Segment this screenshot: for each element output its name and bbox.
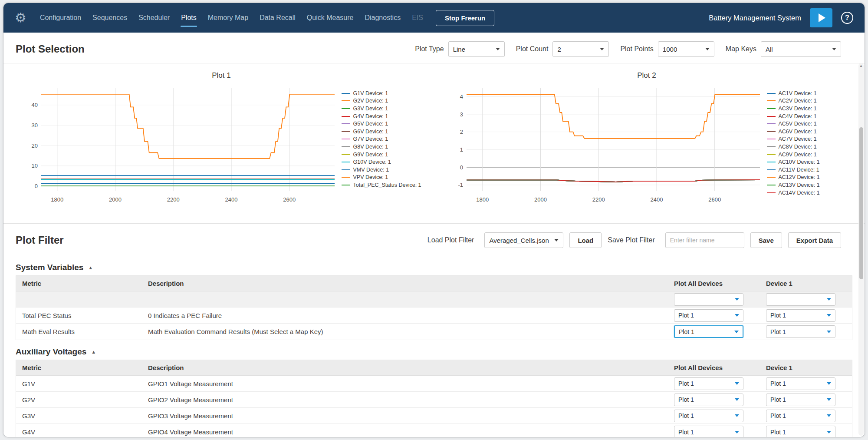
legend-item[interactable]: AC7V Device: 1 xyxy=(767,136,847,143)
control-label: Plot Type xyxy=(415,45,444,53)
table-row: Math Eval Results Math Evaluation Comman… xyxy=(16,324,852,340)
plot-target-select[interactable]: Plot 1 xyxy=(674,309,743,322)
legend-item[interactable]: AC11V Device: 1 xyxy=(767,166,847,174)
plot-all-devices-cell: Plot 1 xyxy=(668,325,760,338)
chevron-down-icon xyxy=(496,48,500,50)
chevron-down-icon xyxy=(827,331,831,333)
group-header-system-variables[interactable]: System Variables ▲ xyxy=(16,263,852,272)
plot-target-select[interactable]: Plot 1 xyxy=(766,410,835,422)
table-row: Total PEC Status 0 Indicates a PEC Failu… xyxy=(16,308,852,324)
nav-item-eis[interactable]: EIS xyxy=(406,10,429,25)
stop-freerun-button[interactable]: Stop Freerun xyxy=(436,10,494,26)
filter-group-auxiliary-voltages: Auxiliary Voltages ▲ MetricDescriptionPl… xyxy=(16,347,852,437)
legend-swatch xyxy=(342,146,350,147)
description-cell: Math Evaluation Command Results (Must Se… xyxy=(142,328,668,335)
plot-target-select[interactable]: Plot 1 xyxy=(674,325,743,338)
legend-item[interactable]: G3V Device: 1 xyxy=(342,105,422,112)
nav-item-plots[interactable]: Plots xyxy=(175,10,202,25)
save-button[interactable]: Save xyxy=(750,232,782,248)
filter-name-input[interactable] xyxy=(665,232,744,248)
nav-item-diagnostics[interactable]: Diagnostics xyxy=(359,10,406,25)
legend-item[interactable]: G8V Device: 1 xyxy=(342,143,422,151)
main-content: Plot Selection Plot Type Line Plot Count… xyxy=(3,33,865,437)
plot-target-select[interactable]: Plot 1 xyxy=(674,410,743,422)
play-button[interactable] xyxy=(810,8,832,27)
legend-item[interactable]: G5V Device: 1 xyxy=(342,120,422,128)
svg-text:2600: 2600 xyxy=(708,196,721,203)
svg-text:20: 20 xyxy=(31,142,37,149)
vertical-scrollbar: ▲ xyxy=(858,63,864,436)
nav-item-memory-map[interactable]: Memory Map xyxy=(202,10,254,25)
legend-swatch xyxy=(342,162,350,162)
select-value: Line xyxy=(453,46,465,53)
legend-item[interactable]: AC8V Device: 1 xyxy=(767,143,847,151)
plot-target-select[interactable]: Plot 1 xyxy=(674,394,743,406)
nav-item-scheduler[interactable]: Scheduler xyxy=(133,10,175,25)
legend-item[interactable]: VPV Device: 1 xyxy=(342,174,422,182)
plot-count-select[interactable]: 2 xyxy=(552,41,609,57)
group-header-auxiliary-voltages[interactable]: Auxiliary Voltages ▲ xyxy=(16,347,852,357)
plot-target-select[interactable]: Plot 1 xyxy=(674,426,743,437)
legend-item[interactable]: G6V Device: 1 xyxy=(342,128,422,136)
control-map-keys: Map Keys All xyxy=(726,41,841,57)
legend-swatch xyxy=(767,123,776,124)
legend-item[interactable]: G10V Device: 1 xyxy=(342,158,422,166)
legend-item[interactable]: G4V Device: 1 xyxy=(342,112,422,120)
legend-item[interactable]: AC14V Device: 1 xyxy=(767,189,847,197)
legend-item[interactable]: AC10V Device: 1 xyxy=(767,158,847,166)
plot-target-select[interactable]: Plot 1 xyxy=(766,325,835,338)
plot-target-select[interactable]: Plot 1 xyxy=(766,394,835,406)
plot-target-select[interactable] xyxy=(674,293,743,306)
legend-swatch xyxy=(342,116,350,117)
filter-groups: System Variables ▲ MetricDescriptionPlot… xyxy=(3,263,865,437)
legend-item[interactable]: AC3V Device: 1 xyxy=(767,105,847,112)
legend-item[interactable]: AC9V Device: 1 xyxy=(767,151,847,159)
chevron-up-icon: ▲ xyxy=(91,349,96,354)
legend-item[interactable]: G2V Device: 1 xyxy=(342,97,422,105)
legend-label: VMV Device: 1 xyxy=(353,167,389,173)
export-data-button[interactable]: Export Data xyxy=(788,232,841,248)
load-button[interactable]: Load xyxy=(569,232,602,248)
legend-item[interactable]: G7V Device: 1 xyxy=(342,136,422,143)
plot-target-select[interactable] xyxy=(766,293,835,306)
legend-swatch xyxy=(767,93,776,94)
nav-item-sequences[interactable]: Sequences xyxy=(87,10,133,25)
filter-file-select[interactable]: Averaged_Cells.json xyxy=(484,232,563,248)
legend-item[interactable]: AC6V Device: 1 xyxy=(767,128,847,136)
legend-item[interactable]: VMV Device: 1 xyxy=(342,166,422,174)
plot-target-select[interactable]: Plot 1 xyxy=(766,377,835,390)
plot-target-select[interactable]: Plot 1 xyxy=(766,426,835,437)
select-value: Averaged_Cells.json xyxy=(489,237,549,244)
legend-swatch xyxy=(342,177,350,178)
chevron-down-icon xyxy=(735,431,739,433)
chevron-down-icon xyxy=(735,298,739,301)
plot-target-select[interactable]: Plot 1 xyxy=(766,309,835,322)
legend-label: G4V Device: 1 xyxy=(353,113,388,119)
scroll-up-icon[interactable]: ▲ xyxy=(858,64,864,68)
nav-item-configuration[interactable]: Configuration xyxy=(34,10,87,25)
plot-all-devices-cell: Plot 1 xyxy=(668,394,760,406)
legend-label: G7V Device: 1 xyxy=(353,136,388,142)
chevron-down-icon xyxy=(827,414,831,417)
legend-item[interactable]: AC12V Device: 1 xyxy=(767,174,847,182)
scrollbar-thumb[interactable] xyxy=(859,127,863,279)
legend-item[interactable]: AC13V Device: 1 xyxy=(767,181,847,189)
plot-type-select[interactable]: Line xyxy=(448,41,505,57)
legend-item[interactable]: AC2V Device: 1 xyxy=(767,97,847,105)
map-keys-select[interactable]: All xyxy=(761,41,841,57)
select-value: Plot 1 xyxy=(678,396,694,403)
device-1-cell: Plot 1 xyxy=(760,410,852,422)
legend-item[interactable]: AC4V Device: 1 xyxy=(767,112,847,120)
legend-item[interactable]: AC5V Device: 1 xyxy=(767,120,847,128)
gear-icon[interactable]: ⚙ xyxy=(15,11,26,24)
nav-item-quick-measure[interactable]: Quick Measure xyxy=(301,10,359,25)
help-icon[interactable]: ? xyxy=(841,12,853,24)
legend-item[interactable]: G1V Device: 1 xyxy=(342,89,422,97)
select-value: Plot 1 xyxy=(770,380,786,387)
nav-item-data-recall[interactable]: Data Recall xyxy=(254,10,301,25)
plot-points-select[interactable]: 1000 xyxy=(658,41,714,57)
legend-item[interactable]: AC1V Device: 1 xyxy=(767,89,847,97)
legend-item[interactable]: Total_PEC_Status Device: 1 xyxy=(342,181,422,189)
legend-item[interactable]: G9V Device: 1 xyxy=(342,151,422,159)
plot-target-select[interactable]: Plot 1 xyxy=(674,377,743,390)
